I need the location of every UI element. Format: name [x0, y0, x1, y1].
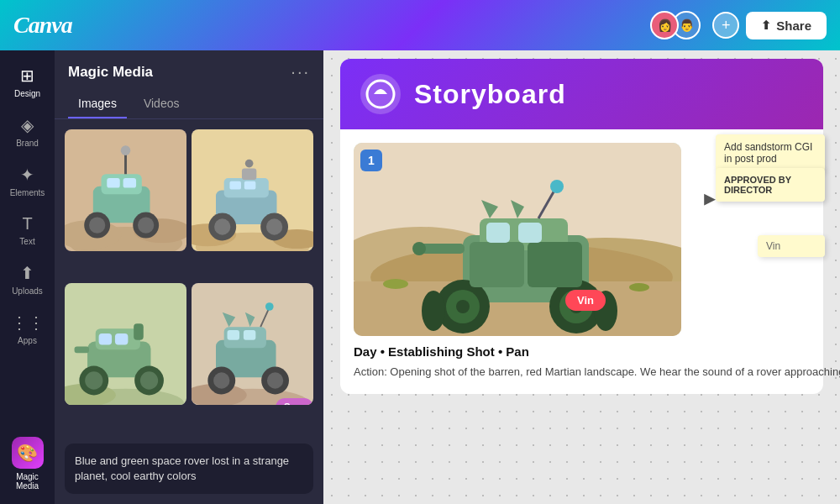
svg-rect-38	[99, 333, 112, 345]
svg-rect-39	[115, 333, 128, 345]
svg-point-11	[121, 145, 131, 155]
svg-rect-12	[107, 178, 119, 188]
avatar-user1: 👩	[650, 11, 679, 39]
sidebar-item-apps[interactable]: ⋮⋮ Apps	[4, 306, 50, 352]
svg-rect-77	[518, 223, 542, 243]
svg-rect-52	[228, 330, 240, 340]
uploads-icon: ⬆	[20, 263, 34, 283]
sidebar-item-uploads[interactable]: ⬆ Uploads	[4, 256, 50, 302]
tab-images[interactable]: Images	[68, 90, 127, 118]
svg-point-35	[85, 371, 102, 389]
sidebar: ⊞ Design ◈ Brand ✦ Elements T Text ⬆ Upl…	[0, 50, 55, 504]
sticky-note-sandstorm: Add sandstorm CGI in post prod	[716, 134, 825, 171]
topbar-right: 👩 👨 + ⬆ Share	[650, 11, 827, 39]
svg-point-23	[266, 218, 282, 234]
elements-icon: ✦	[20, 165, 34, 185]
svg-point-81	[550, 180, 564, 193]
svg-rect-76	[486, 223, 510, 243]
svg-rect-75	[528, 242, 582, 287]
svg-point-83	[412, 242, 426, 255]
main-layout: ⊞ Design ◈ Brand ✦ Elements T Text ⬆ Upl…	[0, 50, 840, 504]
panel: Magic Media ··· Images Videos	[55, 50, 323, 504]
sidebar-item-brand[interactable]: ◈ Brand	[4, 108, 50, 155]
brand-icon: ◈	[21, 115, 34, 135]
svg-rect-27	[244, 181, 256, 190]
svg-point-47	[213, 372, 229, 388]
sticky-note-vin: Vin	[758, 235, 825, 257]
svg-rect-33	[75, 346, 89, 353]
tab-videos[interactable]: Videos	[134, 90, 190, 118]
svg-point-9	[138, 217, 154, 233]
topbar: Canva 👩 👨 + ⬆ Share	[0, 0, 840, 50]
scene-number: 1	[360, 150, 382, 171]
sticky-note-approved: APPROVED BY DIRECTOR	[716, 168, 825, 202]
vin-button[interactable]: Vin	[565, 290, 606, 311]
image-cell-4[interactable]: Sam	[192, 283, 313, 405]
share-button[interactable]: ⬆ Share	[746, 12, 827, 39]
image-cell-1[interactable]	[65, 129, 186, 251]
magic-media-icon: 🎨	[12, 437, 44, 469]
storyboard-title: Storyboard	[414, 79, 566, 110]
scene-shot-title: Day • Establishing Shot • Pan	[354, 344, 840, 359]
sidebar-item-elements[interactable]: ✦ Elements	[4, 158, 50, 204]
svg-point-49	[267, 372, 283, 388]
svg-point-62	[383, 279, 408, 289]
text-icon: T	[22, 214, 32, 234]
canva-logo[interactable]: Canva	[13, 12, 72, 39]
sidebar-item-magic-media[interactable]: 🎨 Magic Media	[4, 432, 50, 496]
storyboard-logo	[360, 74, 401, 114]
svg-rect-82	[421, 244, 465, 254]
svg-point-25	[245, 160, 254, 168]
svg-point-7	[89, 217, 105, 233]
image-cell-2[interactable]	[192, 129, 313, 251]
image-grid: Sam	[55, 129, 323, 432]
add-collaborator-button[interactable]: +	[712, 12, 739, 39]
design-icon: ⊞	[20, 66, 34, 86]
panel-menu-button[interactable]: ···	[291, 62, 310, 81]
svg-point-63	[629, 283, 649, 291]
svg-rect-74	[470, 242, 524, 287]
sidebar-item-design[interactable]: ⊞ Design	[4, 59, 50, 105]
panel-tabs: Images Videos	[55, 90, 323, 119]
prompt-text: Blue and green space rover lost in a str…	[75, 454, 303, 484]
storyboard-header: Storyboard	[340, 59, 823, 129]
canvas-area: Storyboard	[323, 50, 840, 504]
share-icon: ⬆	[761, 18, 771, 32]
panel-title: Magic Media	[68, 64, 153, 81]
scene-image: 1 Vin	[354, 143, 681, 336]
scene-meta: Day • Establishing Shot • Pan Action: Op…	[354, 336, 840, 381]
image-cell-3[interactable]	[65, 283, 186, 405]
svg-rect-13	[123, 178, 136, 188]
storyboard-card: Storyboard	[340, 59, 823, 394]
svg-point-72	[422, 291, 445, 331]
prompt-area: Blue and green space rover lost in a str…	[65, 444, 313, 494]
arrow-icon: ◀	[704, 192, 716, 210]
scene-description: Action: Opening shot of the barren, red …	[354, 364, 840, 381]
panel-header: Magic Media ···	[55, 50, 323, 90]
svg-point-21	[214, 218, 230, 234]
svg-rect-24	[242, 168, 256, 180]
svg-point-55	[265, 302, 274, 311]
svg-point-37	[140, 371, 158, 389]
avatar-group: 👩 👨	[650, 11, 701, 39]
svg-point-68	[456, 300, 470, 313]
svg-rect-53	[244, 330, 256, 340]
sidebar-item-text[interactable]: T Text	[4, 207, 50, 253]
svg-rect-26	[229, 181, 241, 190]
apps-icon: ⋮⋮	[11, 312, 45, 333]
svg-rect-40	[134, 323, 144, 339]
sam-badge: Sam	[276, 398, 313, 405]
